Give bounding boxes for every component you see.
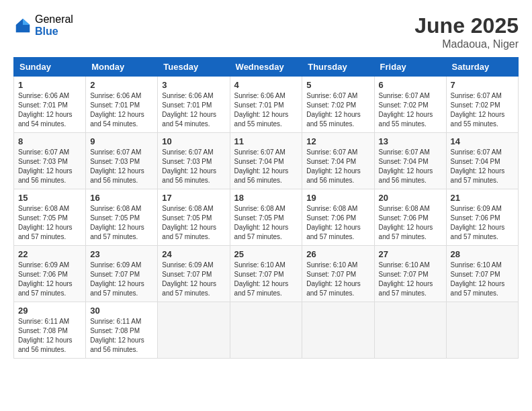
day-number: 5 <box>306 80 369 90</box>
day-info: Sunrise: 6:09 AMSunset: 7:07 PMDaylight:… <box>90 261 153 298</box>
day-info: Sunrise: 6:10 AMSunset: 7:07 PMDaylight:… <box>234 261 298 298</box>
calendar-day-cell: 1Sunrise: 6:06 AMSunset: 7:01 PMDaylight… <box>14 77 86 133</box>
calendar-day-cell: 3Sunrise: 6:06 AMSunset: 7:01 PMDaylight… <box>158 77 230 133</box>
calendar-day-cell: 19Sunrise: 6:08 AMSunset: 7:06 PMDayligh… <box>302 189 374 246</box>
logo-blue: Blue <box>35 26 73 38</box>
calendar-day-cell <box>446 302 518 359</box>
day-info: Sunrise: 6:08 AMSunset: 7:06 PMDaylight:… <box>379 204 442 242</box>
calendar-day-cell: 20Sunrise: 6:08 AMSunset: 7:06 PMDayligh… <box>374 189 446 246</box>
day-number: 16 <box>90 193 153 203</box>
calendar-day-cell <box>230 302 302 359</box>
calendar-day-cell: 9Sunrise: 6:07 AMSunset: 7:03 PMDaylight… <box>86 133 158 189</box>
calendar-week-row: 29Sunrise: 6:11 AMSunset: 7:08 PMDayligh… <box>14 302 519 359</box>
weekday-header: Wednesday <box>230 58 302 77</box>
calendar-day-cell: 26Sunrise: 6:10 AMSunset: 7:07 PMDayligh… <box>302 246 374 302</box>
day-number: 3 <box>162 80 225 90</box>
calendar-table: SundayMondayTuesdayWednesdayThursdayFrid… <box>13 57 519 359</box>
calendar-week-row: 8Sunrise: 6:07 AMSunset: 7:03 PMDaylight… <box>14 133 519 189</box>
calendar-day-cell: 8Sunrise: 6:07 AMSunset: 7:03 PMDaylight… <box>14 133 86 189</box>
day-info: Sunrise: 6:08 AMSunset: 7:05 PMDaylight:… <box>162 204 225 242</box>
calendar-week-row: 15Sunrise: 6:08 AMSunset: 7:05 PMDayligh… <box>14 189 519 246</box>
day-number: 30 <box>90 306 153 316</box>
day-number: 12 <box>306 136 369 146</box>
day-number: 22 <box>18 249 81 259</box>
day-info: Sunrise: 6:06 AMSunset: 7:01 PMDaylight:… <box>234 91 298 129</box>
weekday-header: Thursday <box>302 58 374 77</box>
day-number: 9 <box>90 136 153 146</box>
calendar-day-cell: 22Sunrise: 6:09 AMSunset: 7:06 PMDayligh… <box>14 246 86 302</box>
calendar-header-row: SundayMondayTuesdayWednesdayThursdayFrid… <box>14 58 519 77</box>
day-info: Sunrise: 6:08 AMSunset: 7:05 PMDaylight:… <box>234 204 298 242</box>
day-info: Sunrise: 6:09 AMSunset: 7:06 PMDaylight:… <box>18 261 81 298</box>
day-info: Sunrise: 6:09 AMSunset: 7:07 PMDaylight:… <box>162 261 225 298</box>
day-number: 8 <box>18 136 81 146</box>
calendar-day-cell: 6Sunrise: 6:07 AMSunset: 7:02 PMDaylight… <box>374 77 446 133</box>
day-number: 20 <box>379 193 442 203</box>
logo: General Blue <box>13 13 73 37</box>
day-info: Sunrise: 6:07 AMSunset: 7:03 PMDaylight:… <box>90 148 153 185</box>
day-info: Sunrise: 6:07 AMSunset: 7:04 PMDaylight:… <box>306 148 369 185</box>
calendar-day-cell: 14Sunrise: 6:07 AMSunset: 7:04 PMDayligh… <box>446 133 518 189</box>
day-info: Sunrise: 6:06 AMSunset: 7:01 PMDaylight:… <box>90 91 153 129</box>
day-info: Sunrise: 6:10 AMSunset: 7:07 PMDaylight:… <box>379 261 442 298</box>
day-info: Sunrise: 6:07 AMSunset: 7:04 PMDaylight:… <box>379 148 442 185</box>
calendar-day-cell: 15Sunrise: 6:08 AMSunset: 7:05 PMDayligh… <box>14 189 86 246</box>
calendar-day-cell: 17Sunrise: 6:08 AMSunset: 7:05 PMDayligh… <box>158 189 230 246</box>
day-info: Sunrise: 6:10 AMSunset: 7:07 PMDaylight:… <box>306 261 369 298</box>
page-header: General Blue June 2025 Madaoua, Niger <box>13 13 519 50</box>
day-number: 27 <box>379 249 442 259</box>
day-info: Sunrise: 6:07 AMSunset: 7:04 PMDaylight:… <box>451 148 514 185</box>
calendar-day-cell: 13Sunrise: 6:07 AMSunset: 7:04 PMDayligh… <box>374 133 446 189</box>
day-info: Sunrise: 6:07 AMSunset: 7:02 PMDaylight:… <box>306 91 369 129</box>
day-number: 23 <box>90 249 153 259</box>
calendar-week-row: 1Sunrise: 6:06 AMSunset: 7:01 PMDaylight… <box>14 77 519 133</box>
day-number: 28 <box>451 249 514 259</box>
calendar-day-cell: 24Sunrise: 6:09 AMSunset: 7:07 PMDayligh… <box>158 246 230 302</box>
day-number: 14 <box>451 136 514 146</box>
day-info: Sunrise: 6:09 AMSunset: 7:06 PMDaylight:… <box>451 204 514 242</box>
calendar-day-cell: 12Sunrise: 6:07 AMSunset: 7:04 PMDayligh… <box>302 133 374 189</box>
day-number: 29 <box>18 306 81 316</box>
title-area: June 2025 Madaoua, Niger <box>414 13 519 50</box>
day-number: 6 <box>379 80 442 90</box>
day-info: Sunrise: 6:11 AMSunset: 7:08 PMDaylight:… <box>90 317 153 355</box>
calendar-day-cell <box>374 302 446 359</box>
location: Madaoua, Niger <box>414 38 519 50</box>
calendar-day-cell: 10Sunrise: 6:07 AMSunset: 7:03 PMDayligh… <box>158 133 230 189</box>
calendar-day-cell: 4Sunrise: 6:06 AMSunset: 7:01 PMDaylight… <box>230 77 302 133</box>
day-number: 2 <box>90 80 153 90</box>
day-number: 24 <box>162 249 225 259</box>
day-info: Sunrise: 6:07 AMSunset: 7:02 PMDaylight:… <box>379 91 442 129</box>
day-number: 13 <box>379 136 442 146</box>
calendar-day-cell: 11Sunrise: 6:07 AMSunset: 7:04 PMDayligh… <box>230 133 302 189</box>
day-number: 1 <box>18 80 81 90</box>
calendar-day-cell: 2Sunrise: 6:06 AMSunset: 7:01 PMDaylight… <box>86 77 158 133</box>
day-number: 25 <box>234 249 298 259</box>
calendar-day-cell <box>302 302 374 359</box>
calendar-day-cell: 23Sunrise: 6:09 AMSunset: 7:07 PMDayligh… <box>86 246 158 302</box>
day-info: Sunrise: 6:07 AMSunset: 7:03 PMDaylight:… <box>18 148 81 185</box>
logo-text: General Blue <box>35 13 73 37</box>
day-number: 17 <box>162 193 225 203</box>
day-number: 4 <box>234 80 298 90</box>
weekday-header: Friday <box>374 58 446 77</box>
calendar-week-row: 22Sunrise: 6:09 AMSunset: 7:06 PMDayligh… <box>14 246 519 302</box>
calendar-day-cell <box>158 302 230 359</box>
svg-marker-1 <box>23 18 30 24</box>
calendar-day-cell: 16Sunrise: 6:08 AMSunset: 7:05 PMDayligh… <box>86 189 158 246</box>
day-info: Sunrise: 6:08 AMSunset: 7:05 PMDaylight:… <box>90 204 153 242</box>
day-number: 7 <box>451 80 514 90</box>
weekday-header: Tuesday <box>158 58 230 77</box>
day-number: 10 <box>162 136 225 146</box>
day-number: 19 <box>306 193 369 203</box>
day-number: 18 <box>234 193 298 203</box>
day-info: Sunrise: 6:08 AMSunset: 7:06 PMDaylight:… <box>306 204 369 242</box>
calendar-day-cell: 21Sunrise: 6:09 AMSunset: 7:06 PMDayligh… <box>446 189 518 246</box>
day-info: Sunrise: 6:07 AMSunset: 7:03 PMDaylight:… <box>162 148 225 185</box>
logo-icon <box>13 16 32 35</box>
weekday-header: Sunday <box>14 58 86 77</box>
calendar-day-cell: 28Sunrise: 6:10 AMSunset: 7:07 PMDayligh… <box>446 246 518 302</box>
calendar-day-cell: 7Sunrise: 6:07 AMSunset: 7:02 PMDaylight… <box>446 77 518 133</box>
day-info: Sunrise: 6:11 AMSunset: 7:08 PMDaylight:… <box>18 317 81 355</box>
day-number: 11 <box>234 136 298 146</box>
